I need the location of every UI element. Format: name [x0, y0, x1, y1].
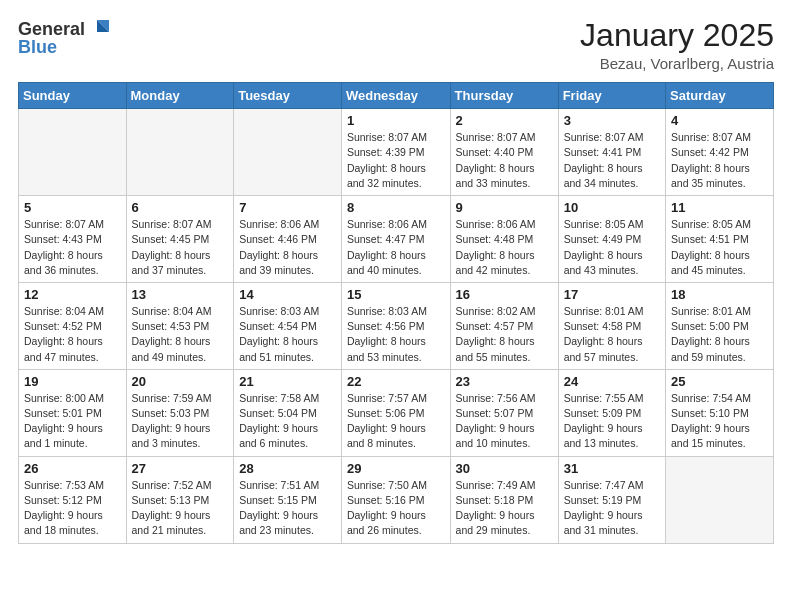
table-row: 18Sunrise: 8:01 AMSunset: 5:00 PMDayligh…	[666, 282, 774, 369]
day-info: Sunrise: 7:50 AMSunset: 5:16 PMDaylight:…	[347, 478, 445, 539]
page: General Blue January 2025 Bezau, Vorarlb…	[0, 0, 792, 612]
day-info: Sunrise: 7:52 AMSunset: 5:13 PMDaylight:…	[132, 478, 229, 539]
table-row: 17Sunrise: 8:01 AMSunset: 4:58 PMDayligh…	[558, 282, 665, 369]
day-number: 11	[671, 200, 768, 215]
logo-general-text: General	[18, 20, 85, 38]
table-row: 6Sunrise: 8:07 AMSunset: 4:45 PMDaylight…	[126, 196, 234, 283]
day-number: 27	[132, 461, 229, 476]
day-info: Sunrise: 7:55 AMSunset: 5:09 PMDaylight:…	[564, 391, 660, 452]
day-info: Sunrise: 7:59 AMSunset: 5:03 PMDaylight:…	[132, 391, 229, 452]
day-number: 16	[456, 287, 553, 302]
table-row: 4Sunrise: 8:07 AMSunset: 4:42 PMDaylight…	[666, 109, 774, 196]
week-row-3: 12Sunrise: 8:04 AMSunset: 4:52 PMDayligh…	[19, 282, 774, 369]
day-info: Sunrise: 7:47 AMSunset: 5:19 PMDaylight:…	[564, 478, 660, 539]
table-row: 1Sunrise: 8:07 AMSunset: 4:39 PMDaylight…	[341, 109, 450, 196]
table-row: 21Sunrise: 7:58 AMSunset: 5:04 PMDayligh…	[234, 369, 342, 456]
day-number: 22	[347, 374, 445, 389]
day-number: 10	[564, 200, 660, 215]
table-row: 3Sunrise: 8:07 AMSunset: 4:41 PMDaylight…	[558, 109, 665, 196]
week-row-4: 19Sunrise: 8:00 AMSunset: 5:01 PMDayligh…	[19, 369, 774, 456]
calendar-title: January 2025	[580, 18, 774, 53]
table-row: 20Sunrise: 7:59 AMSunset: 5:03 PMDayligh…	[126, 369, 234, 456]
table-row: 29Sunrise: 7:50 AMSunset: 5:16 PMDayligh…	[341, 456, 450, 543]
day-number: 23	[456, 374, 553, 389]
day-number: 3	[564, 113, 660, 128]
day-info: Sunrise: 7:49 AMSunset: 5:18 PMDaylight:…	[456, 478, 553, 539]
day-number: 6	[132, 200, 229, 215]
table-row: 2Sunrise: 8:07 AMSunset: 4:40 PMDaylight…	[450, 109, 558, 196]
table-row	[234, 109, 342, 196]
day-number: 19	[24, 374, 121, 389]
table-row: 31Sunrise: 7:47 AMSunset: 5:19 PMDayligh…	[558, 456, 665, 543]
table-row: 28Sunrise: 7:51 AMSunset: 5:15 PMDayligh…	[234, 456, 342, 543]
day-number: 9	[456, 200, 553, 215]
day-info: Sunrise: 7:56 AMSunset: 5:07 PMDaylight:…	[456, 391, 553, 452]
table-row: 5Sunrise: 8:07 AMSunset: 4:43 PMDaylight…	[19, 196, 127, 283]
table-row: 12Sunrise: 8:04 AMSunset: 4:52 PMDayligh…	[19, 282, 127, 369]
day-info: Sunrise: 8:00 AMSunset: 5:01 PMDaylight:…	[24, 391, 121, 452]
day-info: Sunrise: 8:07 AMSunset: 4:41 PMDaylight:…	[564, 130, 660, 191]
day-info: Sunrise: 7:57 AMSunset: 5:06 PMDaylight:…	[347, 391, 445, 452]
table-row: 7Sunrise: 8:06 AMSunset: 4:46 PMDaylight…	[234, 196, 342, 283]
day-number: 31	[564, 461, 660, 476]
day-info: Sunrise: 8:01 AMSunset: 5:00 PMDaylight:…	[671, 304, 768, 365]
day-info: Sunrise: 8:07 AMSunset: 4:42 PMDaylight:…	[671, 130, 768, 191]
day-info: Sunrise: 8:04 AMSunset: 4:53 PMDaylight:…	[132, 304, 229, 365]
table-row	[19, 109, 127, 196]
day-info: Sunrise: 8:06 AMSunset: 4:48 PMDaylight:…	[456, 217, 553, 278]
logo: General Blue	[18, 18, 109, 56]
day-number: 18	[671, 287, 768, 302]
day-number: 13	[132, 287, 229, 302]
day-number: 28	[239, 461, 336, 476]
day-info: Sunrise: 7:54 AMSunset: 5:10 PMDaylight:…	[671, 391, 768, 452]
calendar-subtitle: Bezau, Vorarlberg, Austria	[580, 55, 774, 72]
table-row: 14Sunrise: 8:03 AMSunset: 4:54 PMDayligh…	[234, 282, 342, 369]
header: General Blue January 2025 Bezau, Vorarlb…	[18, 18, 774, 72]
day-number: 25	[671, 374, 768, 389]
header-monday: Monday	[126, 83, 234, 109]
header-friday: Friday	[558, 83, 665, 109]
day-number: 12	[24, 287, 121, 302]
logo-icon	[87, 18, 109, 36]
table-row: 19Sunrise: 8:00 AMSunset: 5:01 PMDayligh…	[19, 369, 127, 456]
header-sunday: Sunday	[19, 83, 127, 109]
day-number: 8	[347, 200, 445, 215]
day-number: 29	[347, 461, 445, 476]
day-info: Sunrise: 8:05 AMSunset: 4:51 PMDaylight:…	[671, 217, 768, 278]
table-row: 25Sunrise: 7:54 AMSunset: 5:10 PMDayligh…	[666, 369, 774, 456]
day-info: Sunrise: 8:03 AMSunset: 4:54 PMDaylight:…	[239, 304, 336, 365]
table-row	[666, 456, 774, 543]
day-number: 5	[24, 200, 121, 215]
table-row: 9Sunrise: 8:06 AMSunset: 4:48 PMDaylight…	[450, 196, 558, 283]
table-row: 10Sunrise: 8:05 AMSunset: 4:49 PMDayligh…	[558, 196, 665, 283]
day-number: 7	[239, 200, 336, 215]
week-row-2: 5Sunrise: 8:07 AMSunset: 4:43 PMDaylight…	[19, 196, 774, 283]
day-number: 30	[456, 461, 553, 476]
title-section: January 2025 Bezau, Vorarlberg, Austria	[580, 18, 774, 72]
header-thursday: Thursday	[450, 83, 558, 109]
day-number: 26	[24, 461, 121, 476]
day-number: 15	[347, 287, 445, 302]
day-info: Sunrise: 8:03 AMSunset: 4:56 PMDaylight:…	[347, 304, 445, 365]
header-tuesday: Tuesday	[234, 83, 342, 109]
day-info: Sunrise: 8:04 AMSunset: 4:52 PMDaylight:…	[24, 304, 121, 365]
day-number: 2	[456, 113, 553, 128]
day-info: Sunrise: 8:06 AMSunset: 4:46 PMDaylight:…	[239, 217, 336, 278]
day-info: Sunrise: 8:07 AMSunset: 4:40 PMDaylight:…	[456, 130, 553, 191]
day-number: 24	[564, 374, 660, 389]
day-number: 17	[564, 287, 660, 302]
table-row: 27Sunrise: 7:52 AMSunset: 5:13 PMDayligh…	[126, 456, 234, 543]
day-number: 4	[671, 113, 768, 128]
day-info: Sunrise: 8:07 AMSunset: 4:45 PMDaylight:…	[132, 217, 229, 278]
table-row: 22Sunrise: 7:57 AMSunset: 5:06 PMDayligh…	[341, 369, 450, 456]
day-info: Sunrise: 8:05 AMSunset: 4:49 PMDaylight:…	[564, 217, 660, 278]
day-number: 20	[132, 374, 229, 389]
week-row-1: 1Sunrise: 8:07 AMSunset: 4:39 PMDaylight…	[19, 109, 774, 196]
header-saturday: Saturday	[666, 83, 774, 109]
logo-blue-text: Blue	[18, 38, 57, 56]
day-info: Sunrise: 7:58 AMSunset: 5:04 PMDaylight:…	[239, 391, 336, 452]
day-info: Sunrise: 8:07 AMSunset: 4:43 PMDaylight:…	[24, 217, 121, 278]
table-row	[126, 109, 234, 196]
day-number: 14	[239, 287, 336, 302]
table-row: 8Sunrise: 8:06 AMSunset: 4:47 PMDaylight…	[341, 196, 450, 283]
